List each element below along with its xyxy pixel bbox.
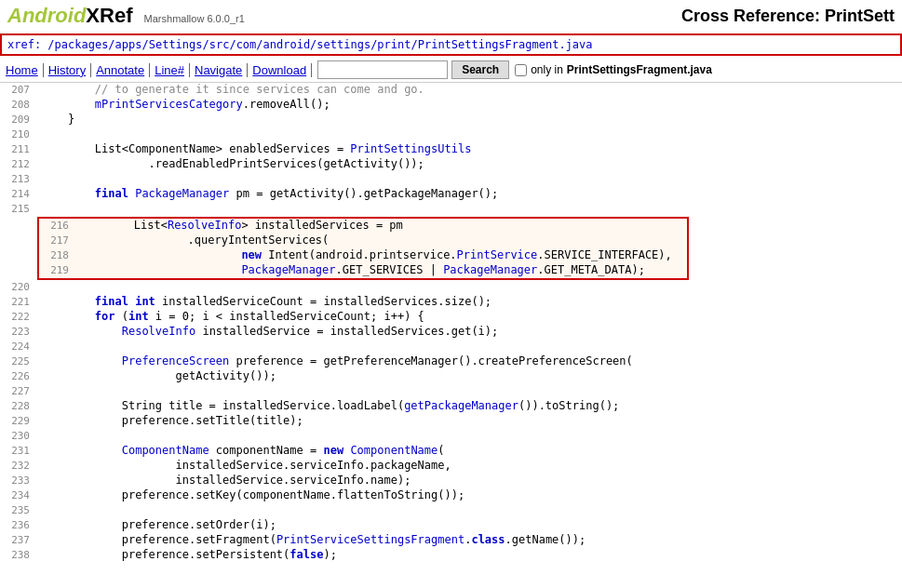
line-num-224: 224 <box>0 340 37 354</box>
line-num-226: 226 <box>0 369 37 384</box>
search-button[interactable]: Search <box>451 60 509 79</box>
code-area: 207 // to generate it since services can… <box>0 83 902 563</box>
only-in-label: only in PrintSettingsFragment.java <box>515 63 712 76</box>
code-line-227: 227 <box>0 384 902 399</box>
code-line-216: 216 List<ResolveInfo> installedServices … <box>39 219 687 234</box>
code-line-234: 234 preference.setKey(componentName.flat… <box>0 488 902 503</box>
line-content-210 <box>37 127 902 142</box>
nav-navigate[interactable]: Navigate <box>190 63 248 77</box>
line-num-221: 221 <box>0 295 37 310</box>
code-line-232: 232 installedService.serviceInfo.package… <box>0 459 902 474</box>
line-content-218: new Intent(android.printservice.PrintSer… <box>76 248 687 263</box>
line-content-235 <box>37 503 902 518</box>
code-line-218: 218 new Intent(android.printservice.Prin… <box>39 248 687 263</box>
line-content-231: ComponentName componentName = new Compon… <box>37 444 902 459</box>
code-line-223: 223 ResolveInfo installedService = insta… <box>0 325 902 340</box>
code-line-224: 224 <box>0 340 902 354</box>
line-num-232: 232 <box>0 459 37 474</box>
nav-lineno[interactable]: Line# <box>150 63 190 77</box>
line-num-234: 234 <box>0 488 37 503</box>
line-num-233: 233 <box>0 474 37 488</box>
code-line-236: 236 preference.setOrder(i); <box>0 518 902 533</box>
line-content-226: getActivity()); <box>37 369 902 384</box>
line-num-220: 220 <box>0 280 37 295</box>
line-num-208: 208 <box>0 98 37 113</box>
code-line-238: 238 preference.setPersistent(false); <box>0 548 902 563</box>
code-line-219: 219 PackageManager.GET_SERVICES | Packag… <box>39 263 687 278</box>
line-content-224 <box>37 340 902 354</box>
code-line-212: 212 .readEnabledPrintServices(getActivit… <box>0 157 902 172</box>
line-content-229: preference.setTitle(title); <box>37 414 902 429</box>
nav-download[interactable]: Download <box>248 63 312 77</box>
filepath-text: xref: /packages/apps/Settings/src/com/an… <box>7 38 593 51</box>
line-content-211: List<ComponentName> enabledServices = Pr… <box>37 142 902 157</box>
nav-history[interactable]: History <box>44 63 91 77</box>
code-line-215: 215 <box>0 202 902 217</box>
line-num-218: 218 <box>39 248 76 263</box>
line-content-237: preference.setFragment(PrintServiceSetti… <box>37 533 902 548</box>
filepath-bar: xref: /packages/apps/Settings/src/com/an… <box>0 33 902 56</box>
line-num-216: 216 <box>39 219 76 234</box>
code-line-221: 221 final int installedServiceCount = in… <box>0 295 902 310</box>
line-content-213 <box>37 172 902 187</box>
logo-version: Marshmallow 6.0.0_r1 <box>144 13 245 24</box>
line-num-217: 217 <box>39 234 76 248</box>
logo-android: Android <box>7 4 86 27</box>
only-in-filename: PrintSettingsFragment.java <box>567 63 712 76</box>
line-content-216: List<ResolveInfo> installedServices = pm <box>76 219 687 234</box>
line-num-223: 223 <box>0 325 37 340</box>
highlighted-block: 216 List<ResolveInfo> installedServices … <box>37 217 689 280</box>
line-content-233: installedService.serviceInfo.name); <box>37 474 902 488</box>
code-line-229: 229 preference.setTitle(title); <box>0 414 902 429</box>
code-line-217: 217 .queryIntentServices( <box>39 234 687 248</box>
line-num-219: 219 <box>39 263 76 278</box>
line-content-234: preference.setKey(componentName.flattenT… <box>37 488 902 503</box>
nav-home[interactable]: Home <box>6 63 44 77</box>
line-content-228: String title = installedService.loadLabe… <box>37 399 902 414</box>
line-num-211: 211 <box>0 142 37 157</box>
line-content-215 <box>37 202 902 217</box>
code-line-211: 211 List<ComponentName> enabledServices … <box>0 142 902 157</box>
code-line-214: 214 final PackageManager pm = getActivit… <box>0 187 902 202</box>
only-in-checkbox[interactable] <box>515 64 527 76</box>
line-content-221: final int installedServiceCount = instal… <box>37 295 902 310</box>
code-line-237: 237 preference.setFragment(PrintServiceS… <box>0 533 902 548</box>
line-num-222: 222 <box>0 310 37 325</box>
code-line-233: 233 installedService.serviceInfo.name); <box>0 474 902 488</box>
code-line-222: 222 for (int i = 0; i < installedService… <box>0 310 902 325</box>
code-line-207: 207 // to generate it since services can… <box>0 83 902 98</box>
code-line-209: 209 } <box>0 113 902 127</box>
line-content-232: installedService.serviceInfo.packageName… <box>37 459 902 474</box>
line-num-237: 237 <box>0 533 37 548</box>
nav-annotate[interactable]: Annotate <box>91 63 150 77</box>
line-content-222: for (int i = 0; i < installedServiceCoun… <box>37 310 902 325</box>
line-num-214: 214 <box>0 187 37 202</box>
code-line-225: 225 PreferenceScreen preference = getPre… <box>0 354 902 369</box>
line-content-214: final PackageManager pm = getActivity().… <box>37 187 902 202</box>
line-num-238: 238 <box>0 548 37 563</box>
line-content-212: .readEnabledPrintServices(getActivity())… <box>37 157 902 172</box>
line-num-231: 231 <box>0 444 37 459</box>
line-num-213: 213 <box>0 172 37 187</box>
page-header: AndroidXRef Marshmallow 6.0.0_r1 Cross R… <box>0 0 902 32</box>
code-line-210: 210 <box>0 127 902 142</box>
line-content-230 <box>37 429 902 444</box>
line-num-235: 235 <box>0 503 37 518</box>
cross-ref-title: Cross Reference: PrintSett <box>681 7 895 26</box>
line-num-228: 228 <box>0 399 37 414</box>
line-content-220 <box>37 280 902 295</box>
line-num-230: 230 <box>0 429 37 444</box>
navbar: Home History Annotate Line# Navigate Dow… <box>0 58 902 83</box>
line-content-238: preference.setPersistent(false); <box>37 548 902 563</box>
search-input[interactable] <box>317 60 448 79</box>
code-line-231: 231 ComponentName componentName = new Co… <box>0 444 902 459</box>
code-line-230: 230 <box>0 429 902 444</box>
line-num-225: 225 <box>0 354 37 369</box>
line-content-227 <box>37 384 902 399</box>
line-num-207: 207 <box>0 83 37 98</box>
logo: AndroidXRef Marshmallow 6.0.0_r1 <box>7 4 245 28</box>
line-num-236: 236 <box>0 518 37 533</box>
code-line-226: 226 getActivity()); <box>0 369 902 384</box>
code-line-220: 220 <box>0 280 902 295</box>
line-content-236: preference.setOrder(i); <box>37 518 902 533</box>
